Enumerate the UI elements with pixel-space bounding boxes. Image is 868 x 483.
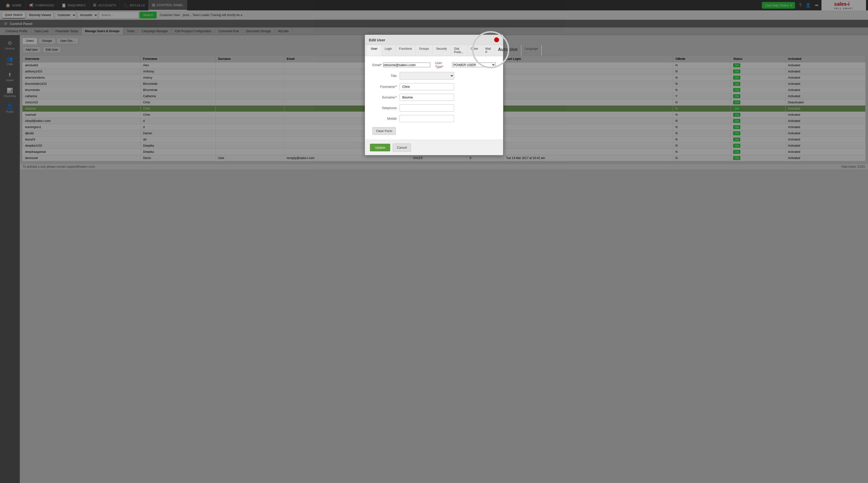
edit-user-modal: Edit User User Login Functions Groups Se…: [365, 35, 503, 155]
modal-tab-functions[interactable]: Functions: [396, 45, 416, 56]
modal-tab-security[interactable]: Security: [433, 45, 450, 56]
email-label: Email*: [372, 63, 382, 67]
title-label: Title: [372, 74, 400, 78]
email-input[interactable]: [383, 63, 430, 67]
modal-tab-language[interactable]: Language ...: [521, 45, 541, 56]
email-group: Email*: [372, 61, 430, 68]
telephone-input[interactable]: [400, 104, 454, 111]
surname-input[interactable]: [400, 94, 454, 101]
cancel-button[interactable]: Cancel: [393, 143, 411, 152]
modal-close-button[interactable]: [494, 37, 499, 42]
modal-header: Edit User: [365, 35, 503, 45]
clear-form-container: Clear Form: [372, 127, 496, 135]
telephone-row: Telephone: [372, 104, 496, 111]
modal-tab-dial-prefs[interactable]: Dial Prefe...: [451, 45, 467, 56]
mobile-input[interactable]: [400, 115, 454, 122]
telephone-label: Telephone: [372, 106, 400, 110]
modal-tab-autopilot[interactable]: Autopilot: [495, 45, 521, 56]
email-usertype-row: Email* User Type* POWER USER ADMIN SALES…: [372, 61, 496, 68]
modal-footer: Update Cancel: [365, 140, 503, 155]
forename-row: Forename*: [372, 83, 496, 90]
title-row: Title Mr Mrs Miss Dr: [372, 72, 496, 79]
surname-row: Surname*: [372, 94, 496, 101]
user-type-group: User Type* POWER USER ADMIN SALES READ O…: [435, 61, 496, 68]
update-button[interactable]: Update: [370, 144, 390, 151]
modal-tab-other[interactable]: Other: [467, 45, 482, 56]
modal-tab-login[interactable]: Login: [381, 45, 396, 56]
clear-form-button[interactable]: Clear Form: [372, 127, 396, 135]
forename-input[interactable]: [400, 83, 454, 90]
user-type-select[interactable]: POWER USER ADMIN SALES READ ONLY: [452, 63, 496, 67]
modal-overlay: Edit User User Login Functions Groups Se…: [0, 0, 868, 483]
modal-tabs: User Login Functions Groups Security Dia…: [365, 45, 503, 56]
modal-tab-user[interactable]: User: [367, 45, 381, 56]
user-type-label: User Type*: [435, 61, 451, 68]
modal-body: Email* User Type* POWER USER ADMIN SALES…: [365, 56, 503, 140]
surname-label: Surname*: [372, 95, 400, 99]
mobile-label: Mobile: [372, 117, 400, 121]
mobile-row: Mobile: [372, 115, 496, 122]
forename-label: Forename*: [372, 85, 400, 89]
modal-tab-groups[interactable]: Groups: [416, 45, 433, 56]
title-select[interactable]: Mr Mrs Miss Dr: [400, 72, 454, 79]
modal-tab-mail[interactable]: Mail P: [482, 45, 495, 56]
modal-title: Edit User: [369, 38, 385, 42]
